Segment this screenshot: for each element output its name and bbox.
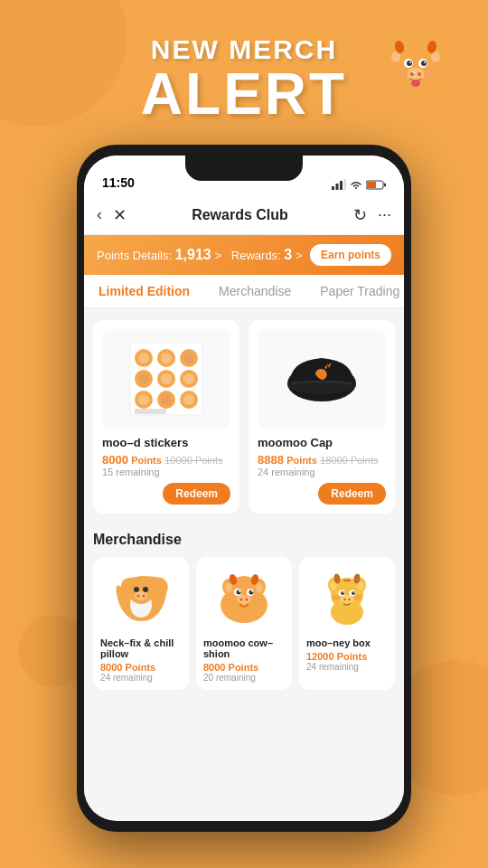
battery-icon xyxy=(366,180,386,190)
tab-merchandise[interactable]: Merchandise xyxy=(204,275,305,309)
svg-point-56 xyxy=(136,595,139,598)
signal-icon xyxy=(332,179,346,190)
svg-point-75 xyxy=(227,595,236,600)
svg-point-17 xyxy=(411,80,420,87)
merch-grid: Neck–fix & chill pillow 8000 Points 24 r… xyxy=(93,557,395,690)
svg-point-41 xyxy=(138,373,149,384)
svg-point-40 xyxy=(183,353,194,363)
svg-rect-22 xyxy=(336,184,339,190)
svg-point-71 xyxy=(251,590,253,592)
cap-product-name: moomoo Cap xyxy=(258,436,386,449)
svg-rect-24 xyxy=(344,179,347,190)
svg-point-10 xyxy=(407,61,412,66)
merch-card-moneybox: moo–ney box 12000 Points 24 remaining xyxy=(299,557,395,690)
merch-card-pillow: Neck–fix & chill pillow 8000 Points 24 r… xyxy=(93,557,189,690)
svg-point-16 xyxy=(418,72,421,76)
nav-title: Rewards Club xyxy=(192,207,288,223)
sticker-product-name: moo–d stickers xyxy=(102,436,230,449)
sticker-remaining: 15 remaining xyxy=(102,467,230,477)
svg-point-68 xyxy=(236,590,240,595)
tab-limited-edition[interactable]: Limited Edition xyxy=(84,275,204,309)
svg-point-38 xyxy=(138,353,149,363)
merch-section-title: Merchandise xyxy=(93,532,395,548)
svg-point-43 xyxy=(183,373,194,384)
cap-remaining: 24 remaining xyxy=(258,467,386,477)
more-button[interactable]: ··· xyxy=(378,205,391,224)
svg-point-69 xyxy=(249,590,253,595)
phone-notch xyxy=(185,156,303,181)
svg-point-18 xyxy=(398,69,408,76)
svg-point-11 xyxy=(421,61,427,66)
cap-product-points: 8888 Points 18000 Points xyxy=(258,453,386,467)
back-button[interactable]: ‹ xyxy=(97,205,102,224)
svg-rect-47 xyxy=(135,409,166,414)
svg-point-39 xyxy=(161,353,172,363)
svg-rect-27 xyxy=(384,183,386,186)
svg-point-13 xyxy=(424,61,426,63)
cowshion-remaining: 20 remaining xyxy=(203,673,285,683)
svg-point-55 xyxy=(135,591,147,600)
svg-point-20 xyxy=(413,71,416,74)
nav-bar: ‹ ✕ Rewards Club ↻ ··· xyxy=(84,195,404,235)
phone-screen: 11:50 xyxy=(84,156,404,821)
status-icons xyxy=(332,179,386,190)
phone-frame: 11:50 xyxy=(77,145,411,832)
svg-point-74 xyxy=(245,599,248,601)
svg-point-46 xyxy=(183,394,194,405)
svg-point-42 xyxy=(161,373,172,384)
svg-point-95 xyxy=(353,595,361,600)
nav-right-icons: ↻ ··· xyxy=(353,205,391,225)
points-details-label: Points Details: 1,913 > Rewards: 3 > xyxy=(97,249,302,262)
pillow-image xyxy=(100,564,182,632)
close-button[interactable]: ✕ xyxy=(113,205,127,225)
svg-point-62 xyxy=(225,583,232,592)
svg-rect-21 xyxy=(332,186,334,190)
moneybox-image xyxy=(306,564,388,632)
svg-point-44 xyxy=(138,394,149,405)
cap-product-image xyxy=(258,329,386,429)
moneybox-name: moo–ney box xyxy=(306,637,388,648)
svg-point-82 xyxy=(357,582,363,590)
moneybox-points: 12000 Points xyxy=(306,651,388,662)
cowshion-name: moomoo cow–shion xyxy=(203,637,285,659)
cap-redeem-button[interactable]: Redeem xyxy=(318,483,386,505)
earn-points-button[interactable]: Earn points xyxy=(310,244,391,266)
svg-point-70 xyxy=(239,590,240,592)
svg-point-57 xyxy=(142,595,145,598)
svg-point-54 xyxy=(143,587,148,592)
pillow-name: Neck–fix & chill pillow xyxy=(100,637,182,659)
svg-point-90 xyxy=(352,591,354,593)
svg-point-72 xyxy=(237,595,251,604)
svg-point-14 xyxy=(407,68,425,80)
mascot-character xyxy=(371,27,461,118)
tab-paper-trading[interactable]: Paper Trading xyxy=(305,275,404,309)
svg-point-93 xyxy=(348,599,351,601)
main-content: moo–d stickers 8000 Points 10000 Points … xyxy=(84,309,404,814)
pillow-remaining: 24 remaining xyxy=(100,673,182,683)
product-card-stickers: moo–d stickers 8000 Points 10000 Points … xyxy=(93,320,239,514)
svg-point-94 xyxy=(332,595,340,600)
product-card-cap: moomoo Cap 8888 Points 18000 Points 24 r… xyxy=(249,320,395,514)
svg-point-91 xyxy=(341,595,353,604)
svg-point-63 xyxy=(256,583,263,592)
svg-point-81 xyxy=(330,582,336,590)
sticker-redeem-button[interactable]: Redeem xyxy=(163,483,230,505)
svg-rect-96 xyxy=(343,580,351,581)
nav-left-icons: ‹ ✕ xyxy=(97,205,127,225)
svg-point-5 xyxy=(431,52,440,62)
svg-point-53 xyxy=(134,587,139,592)
limited-edition-grid: moo–d stickers 8000 Points 10000 Points … xyxy=(93,320,395,514)
cowshion-image xyxy=(203,564,285,632)
merch-card-cowshion: moomoo cow–shion 8000 Points 20 remainin… xyxy=(196,557,292,690)
wifi-icon xyxy=(350,180,362,190)
points-banner: Points Details: 1,913 > Rewards: 3 > Ear… xyxy=(84,235,404,275)
moneybox-remaining: 24 remaining xyxy=(306,662,388,672)
svg-point-4 xyxy=(391,52,400,62)
refresh-button[interactable]: ↻ xyxy=(353,205,367,225)
points-info: Points Details: 1,913 > Rewards: 3 > xyxy=(97,247,302,263)
pillow-points: 8000 Points xyxy=(100,662,182,673)
svg-point-45 xyxy=(161,394,172,405)
svg-rect-26 xyxy=(367,182,376,188)
svg-point-12 xyxy=(409,61,411,63)
tabs-bar: Limited Edition Merchandise Paper Tradin… xyxy=(84,275,404,309)
